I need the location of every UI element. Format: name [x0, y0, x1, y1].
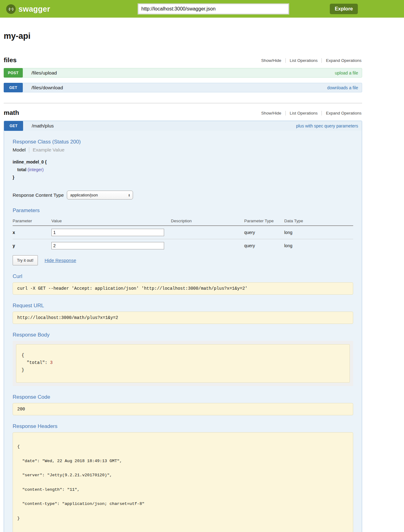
col-header-value: Value	[51, 217, 171, 226]
response-body-wrapper: { "total": 3}	[13, 341, 353, 386]
operation-path[interactable]: /math/plus	[32, 123, 54, 129]
explore-button[interactable]: Explore	[330, 4, 358, 14]
response-headers-heading: Response Headers	[13, 423, 353, 429]
expand-operations-link[interactable]: Expand Operations	[321, 58, 362, 63]
show-hide-link[interactable]: Show/Hide	[257, 111, 285, 115]
response-body-heading: Response Body	[13, 332, 353, 338]
headers-line: "date": "Wed, 22 Aug 2018 18:49:13 GMT",	[17, 459, 349, 464]
method-badge-post[interactable]: POST	[4, 68, 23, 78]
headers-line: }	[17, 516, 349, 521]
headers-line: "content-length": "11",	[17, 487, 349, 492]
swagger-logo-icon: {···}	[6, 4, 16, 14]
section-controls-math: Show/Hide List Operations Expand Operati…	[257, 111, 362, 116]
json-close-brace: }	[22, 366, 344, 374]
model-property-type: (integer)	[27, 167, 43, 172]
method-badge-get[interactable]: GET	[4, 121, 23, 131]
response-code-box: 200	[13, 403, 353, 415]
parameter-y-input[interactable]	[51, 242, 164, 249]
json-key: "total":	[22, 360, 50, 365]
expand-operations-link[interactable]: Expand Operations	[321, 111, 362, 115]
json-total-line: "total": 3	[22, 359, 344, 366]
parameter-x-input[interactable]	[51, 229, 164, 236]
tab-example-value[interactable]: Example Value	[33, 147, 64, 153]
parameter-name: x	[13, 226, 51, 239]
response-content-type-label: Response Content Type	[13, 192, 64, 198]
section-title-math[interactable]: math	[4, 109, 19, 116]
col-header-parameter: Parameter	[13, 217, 51, 226]
response-content-type-value: application/json	[70, 193, 128, 197]
curl-heading: Curl	[13, 273, 353, 280]
parameter-name: y	[13, 239, 51, 252]
headers-line: "server": "Jetty(9.2.21.v20170120)",	[17, 473, 349, 478]
model-signature: inline_model_0 { total (integer) }	[13, 158, 353, 181]
hide-response-link[interactable]: Hide Response	[45, 258, 76, 263]
col-header-parameter-type: Parameter Type	[244, 217, 284, 226]
headers-line: "content-type": "application/json; chars…	[17, 502, 349, 506]
section-controls-files: Show/Hide List Operations Expand Operati…	[257, 58, 362, 64]
parameters-header-row: Parameter Value Description Parameter Ty…	[13, 217, 353, 226]
list-operations-link[interactable]: List Operations	[285, 58, 322, 63]
operation-summary[interactable]: plus with spec query parameters	[296, 123, 358, 128]
parameter-data-type: long	[284, 226, 353, 239]
list-operations-link[interactable]: List Operations	[285, 111, 322, 115]
json-open-brace: {	[22, 352, 344, 359]
response-headers-box: { "date": "Wed, 22 Aug 2018 18:49:13 GMT…	[13, 432, 353, 532]
operation-summary[interactable]: upload a file	[335, 71, 358, 75]
parameter-description	[171, 226, 244, 239]
response-class-heading: Response Class (Status 200)	[13, 139, 353, 145]
section-title-files[interactable]: files	[4, 56, 17, 64]
parameter-type: query	[244, 239, 284, 252]
model-name: inline_model_0 {	[13, 158, 353, 166]
tab-model[interactable]: Model	[13, 147, 26, 153]
operation-panel-get-math-plus: GET /math/plus plus with spec query para…	[4, 121, 362, 532]
operation-row-get-math-plus: GET /math/plus plus with spec query para…	[4, 121, 362, 131]
headers-line: {	[17, 444, 349, 449]
col-header-data-type: Data Type	[284, 217, 353, 226]
try-it-out-button[interactable]: Try it out!	[13, 255, 38, 265]
json-number-value: 3	[50, 360, 52, 365]
spec-url-input[interactable]	[138, 4, 289, 14]
parameter-data-type: long	[284, 239, 353, 252]
top-header-bar: {···} swagger Explore	[0, 0, 404, 18]
parameter-description	[171, 239, 244, 252]
col-header-description: Description	[171, 217, 244, 226]
parameter-row-y: y query long	[13, 239, 353, 252]
section-divider	[4, 103, 362, 103]
operation-path[interactable]: /files/upload	[31, 70, 57, 76]
model-close-brace: }	[13, 174, 353, 181]
response-content-type-select[interactable]: application/json ▲▼	[67, 191, 133, 200]
parameter-row-x: x query long	[13, 226, 353, 239]
operation-row-post-files-upload: POST /files/upload upload a file	[4, 68, 362, 78]
parameter-type: query	[244, 226, 284, 239]
curl-command-box: curl -X GET --header 'Accept: applicatio…	[13, 282, 353, 295]
operation-path[interactable]: /files/download	[31, 85, 63, 91]
swagger-logo[interactable]: {···} swagger	[6, 0, 50, 18]
operation-summary[interactable]: downloads a file	[327, 85, 358, 90]
operation-row-get-files-download: GET /files/download downloads a file	[4, 83, 362, 92]
parameters-table: Parameter Value Description Parameter Ty…	[13, 217, 353, 252]
response-body-box: { "total": 3}	[16, 344, 350, 383]
swagger-logo-text: swagger	[18, 5, 50, 14]
model-property-name: total	[17, 167, 26, 172]
request-url-heading: Request URL	[13, 303, 353, 309]
model-property: total (integer)	[13, 166, 353, 174]
model-tabs: Model Example Value	[13, 147, 353, 153]
api-title: my-api	[4, 31, 362, 41]
request-url-box: http://localhost:3000/math/plus?x=1&y=2	[13, 312, 353, 324]
tab-separator	[29, 147, 29, 153]
parameters-heading: Parameters	[13, 208, 353, 214]
select-arrows-icon: ▲▼	[128, 194, 130, 197]
method-badge-get[interactable]: GET	[4, 83, 23, 92]
response-code-heading: Response Code	[13, 394, 353, 400]
show-hide-link[interactable]: Show/Hide	[257, 58, 285, 63]
